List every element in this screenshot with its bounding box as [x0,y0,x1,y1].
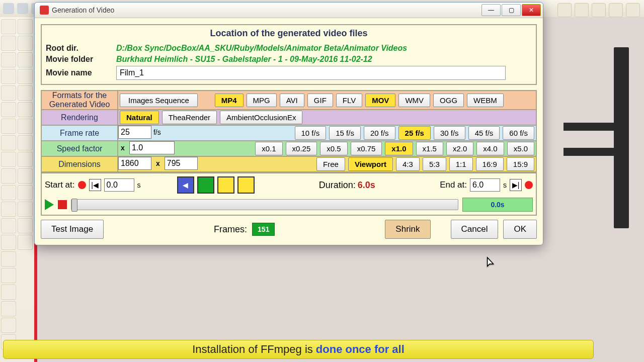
movie-folder-value: Burkhard Heimlich - SU15 - Gabelstapler … [116,55,372,64]
top-right-icons [557,3,640,17]
end-at-label: End at: [440,180,467,190]
duration-value: 6.0s [358,180,375,190]
duration-label: Duration: [319,180,356,190]
dimensions-width-input[interactable] [118,157,151,170]
frame-rate-label: Frame rate [41,125,118,141]
frame-rate-unit: f/s [153,128,161,136]
banner-emphasis: done once for all [316,343,405,356]
speed-input[interactable] [129,141,175,154]
window-title: Generation of Video [52,6,114,14]
start-unit: s [137,181,141,189]
marker-b-icon[interactable] [237,176,255,194]
maximize-button[interactable]: ▢ [502,4,521,16]
frames-label: Frames: [214,224,247,235]
app-icon [40,6,49,15]
start-at-label: Start at: [45,180,75,190]
format-option-gif[interactable]: GIF [307,94,333,107]
end-record-icon[interactable] [525,181,533,189]
ok-button[interactable]: OK [503,220,537,239]
format-option-avi[interactable]: AVI [280,94,304,107]
start-time-input[interactable] [104,178,134,192]
movie-name-label: Movie name [46,68,116,77]
speed-option-x025[interactable]: x0.25 [286,142,317,155]
test-image-button[interactable]: Test Image [41,220,104,239]
framerate-option-20fs[interactable]: 20 f/s [364,126,395,140]
end-unit: s [503,181,507,189]
speed-prefix: x [118,144,127,152]
dimension-option-viewport[interactable]: Viewport [348,157,393,171]
location-heading: Location of the generated video files [43,26,535,43]
dimensions-height-input[interactable] [165,157,198,170]
format-option-flv[interactable]: FLV [336,94,362,107]
format-option-wmv[interactable]: WMV [398,94,430,107]
start-record-icon[interactable] [78,181,86,189]
dimension-option-free[interactable]: Free [316,157,345,171]
timeline-track[interactable] [71,199,458,210]
dimension-option-169[interactable]: 16:9 [476,157,504,171]
timeline-panel: Start at: |◀ s ◀ Duration: 6.0s [41,172,537,216]
go-to-end-button[interactable]: ▶| [510,179,522,191]
movie-folder-label: Movie folder [46,55,116,64]
dimension-option-159[interactable]: 15:9 [507,157,534,171]
speed-label: Speed factor [41,141,118,156]
dimension-option-11[interactable]: 1:1 [449,157,473,171]
dimensions-label: Dimensions [41,156,118,172]
format-option-webm[interactable]: WEBM [467,94,504,107]
speed-option-x10[interactable]: x1.0 [385,142,413,155]
images-sequence-button[interactable]: Images Sequence [120,94,198,107]
left-toolbar [0,17,37,362]
speed-option-x15[interactable]: x1.5 [416,142,443,155]
movie-name-input[interactable] [116,66,506,80]
minimize-button[interactable]: — [481,4,501,16]
frame-rate-input[interactable] [118,126,151,139]
shrink-button[interactable]: Shrink [385,220,430,239]
dimensions-x: x [153,159,163,167]
speed-option-x01[interactable]: x0.1 [255,142,282,155]
framerate-option-45fs[interactable]: 45 f/s [468,126,500,140]
speed-option-x05[interactable]: x0.5 [320,142,347,155]
dimension-option-43[interactable]: 4:3 [396,157,420,171]
format-option-ogg[interactable]: OGG [433,94,464,107]
time-readout: 0.0s [462,198,533,212]
timeline-thumb[interactable] [71,199,77,212]
formats-label: Formats for the Generated Video [41,90,118,110]
options-table: Formats for the Generated Video Images S… [41,90,537,172]
banner-text: Installation of FFmpeg is [192,343,313,356]
framerate-option-15fs[interactable]: 15 f/s [329,126,361,140]
location-panel: Location of the generated video files Ro… [41,24,537,85]
framerate-option-60fs[interactable]: 60 f/s [503,126,534,140]
close-button[interactable]: ✕ [522,4,541,16]
titlebar[interactable]: Generation of Video — ▢ ✕ [35,3,543,18]
stop-button[interactable] [58,200,67,209]
speed-option-x075[interactable]: x0.75 [351,142,382,155]
info-banner: Installation of FFmpeg is done once for … [3,340,594,359]
framerate-option-25fs[interactable]: 25 f/s [398,126,431,140]
framerate-option-30fs[interactable]: 30 f/s [434,126,465,140]
dimension-option-53[interactable]: 5:3 [423,157,446,171]
go-to-start-button[interactable]: |◀ [89,179,101,191]
marker-a-icon[interactable] [217,176,234,194]
rendering-option-natural[interactable]: Natural [120,111,159,124]
speed-option-x40[interactable]: x4.0 [476,142,504,155]
end-time-input[interactable] [470,178,500,192]
framerate-option-10fs[interactable]: 10 f/s [295,126,327,140]
root-dir-label: Root dir. [46,44,116,53]
reverse-play-icon[interactable]: ◀ [177,176,194,194]
format-option-mp4[interactable]: MP4 [215,94,244,107]
rendering-option-ambientocclusionex[interactable]: AmbientOcclusionEx [220,111,302,124]
cancel-button[interactable]: Cancel [451,220,499,239]
root-dir-value: D:/Box Sync/DocBox/AA_SKU/Ruby/Models/An… [116,44,407,53]
format-option-mov[interactable]: MOV [365,94,395,107]
play-button[interactable] [45,199,54,210]
format-option-mpg[interactable]: MPG [247,94,277,107]
frames-value: 151 [252,223,275,236]
camera-icon[interactable] [197,176,214,194]
speed-option-x20[interactable]: x2.0 [446,142,473,155]
rendering-label: Rendering [41,110,118,125]
rendering-option-thearender[interactable]: TheaRender [162,111,217,124]
video-generation-dialog: Generation of Video — ▢ ✕ Location of th… [34,2,543,245]
forklift-model [558,47,634,228]
speed-option-x50[interactable]: x5.0 [507,142,534,155]
